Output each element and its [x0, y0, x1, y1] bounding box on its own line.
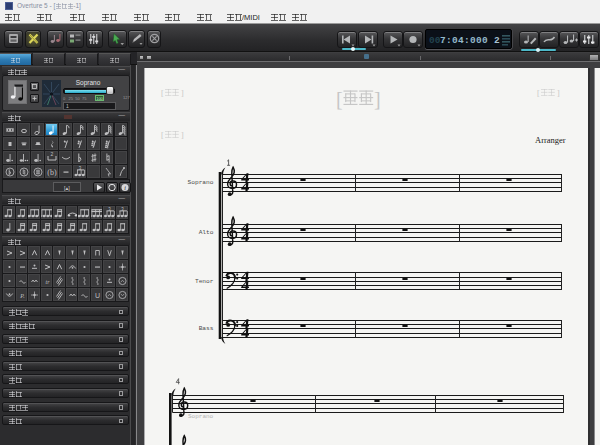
svg-text:Tenor: Tenor [195, 278, 214, 285]
svg-text:Soprano: Soprano [188, 179, 214, 186]
svg-text:[: [ [161, 89, 164, 98]
svg-text:U: U [95, 292, 100, 299]
svg-text:[: [ [336, 88, 343, 110]
svg-text:tr: tr [45, 279, 50, 285]
svg-text:Alto: Alto [199, 229, 214, 236]
svg-text:[: [ [537, 89, 540, 98]
svg-text:]: ] [557, 89, 560, 98]
svg-text:]: ] [374, 88, 381, 110]
svg-text:]: ] [181, 131, 184, 140]
svg-text:]: ] [181, 89, 184, 98]
svg-text:Arranger: Arranger [535, 135, 566, 145]
svg-text:2: 2 [50, 151, 53, 157]
svg-text:Soprano: Soprano [188, 413, 214, 420]
svg-text:P.: P. [19, 293, 24, 299]
svg-text:Bass: Bass [199, 325, 214, 332]
svg-text:(b): (b) [47, 168, 57, 177]
svg-text:[: [ [161, 131, 164, 140]
